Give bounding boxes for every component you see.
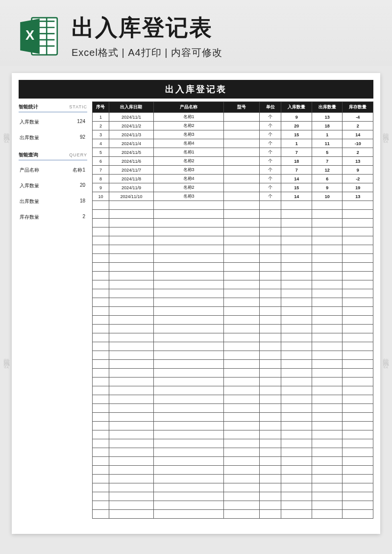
cell-date: 2024/11/8 <box>109 175 153 183</box>
cell-model <box>224 157 260 166</box>
table-row-empty[interactable] <box>93 422 373 430</box>
table-row-empty[interactable] <box>93 404 373 413</box>
table-row-empty[interactable] <box>93 439 373 448</box>
cell-stock: 19 <box>343 183 373 192</box>
th-date: 出入库日期 <box>109 102 153 113</box>
table-row-empty[interactable] <box>93 351 373 360</box>
cell-name: 名称4 <box>154 139 224 148</box>
table-row-empty[interactable] <box>93 219 373 227</box>
th-idx: 序号 <box>93 102 109 113</box>
table-row[interactable]: 52024/11/5名称1个752 <box>93 148 373 157</box>
table-row-empty[interactable] <box>93 245 373 254</box>
table-row-empty[interactable] <box>93 325 373 333</box>
cell-idx: 3 <box>93 130 109 139</box>
table-row-empty[interactable] <box>93 501 373 510</box>
cell-name: 名称1 <box>154 148 224 157</box>
table-row-empty[interactable] <box>93 289 373 298</box>
table-row-empty[interactable] <box>93 483 373 492</box>
table-row[interactable]: 42024/11/4名称4个111-10 <box>93 139 373 148</box>
cell-stock: -10 <box>343 139 373 148</box>
table-row-empty[interactable] <box>93 448 373 457</box>
table-row[interactable]: 32024/11/3名称3个15114 <box>93 130 373 139</box>
cell-stock: -4 <box>343 113 373 122</box>
table-row-empty[interactable] <box>93 333 373 342</box>
table-row-empty[interactable] <box>93 413 373 422</box>
query-stock-label: 库存数量 <box>20 214 39 221</box>
table-body: 12024/11/1名称1个913-422024/11/2名称2个2018232… <box>93 113 373 519</box>
table-row-empty[interactable] <box>93 272 373 280</box>
cell-idx: 9 <box>93 183 109 192</box>
table-row-empty[interactable] <box>93 263 373 272</box>
cell-date: 2024/11/3 <box>109 130 153 139</box>
cell-idx: 4 <box>93 139 109 148</box>
cell-in: 20 <box>281 122 312 130</box>
table-row-empty[interactable] <box>93 369 373 378</box>
table-row-empty[interactable] <box>93 316 373 325</box>
cell-stock: 9 <box>343 166 373 175</box>
cell-name: 名称4 <box>154 175 224 183</box>
cell-name: 名称2 <box>154 122 224 130</box>
cell-unit: 个 <box>260 192 281 201</box>
table-row-empty[interactable] <box>93 457 373 466</box>
cell-unit: 个 <box>260 175 281 183</box>
cell-model <box>224 175 260 183</box>
table-row-empty[interactable] <box>93 342 373 351</box>
query-stock-row: 库存数量 2 <box>19 209 87 225</box>
cell-date: 2024/11/7 <box>109 166 153 175</box>
cell-name: 名称3 <box>154 166 224 175</box>
table-row[interactable]: 62024/11/6名称2个18713 <box>93 157 373 166</box>
table-row[interactable]: 12024/11/1名称1个913-4 <box>93 113 373 122</box>
static-out-value: 92 <box>80 134 85 141</box>
template-banner: X 出入库登记表 Excel格式 | A4打印 | 内容可修改 <box>0 0 392 66</box>
table-row-empty[interactable] <box>93 395 373 404</box>
th-out: 出库数量 <box>312 102 343 113</box>
table-row[interactable]: 22024/11/2名称2个20182 <box>93 122 373 130</box>
cell-out: 6 <box>312 175 343 183</box>
table-row-empty[interactable] <box>93 280 373 289</box>
cell-name: 名称1 <box>154 113 224 122</box>
table-row-empty[interactable] <box>93 386 373 395</box>
cell-stock: 13 <box>343 192 373 201</box>
table-row[interactable]: 92024/11/9名称2个15919 <box>93 183 373 192</box>
page-title: 出入库登记表 <box>19 80 373 99</box>
cell-idx: 10 <box>93 192 109 201</box>
query-out-label: 出库数量 <box>20 198 39 205</box>
table-row[interactable]: 82024/11/8名称4个146-2 <box>93 175 373 183</box>
table-row-empty[interactable] <box>93 492 373 501</box>
table-row[interactable]: 72024/11/7名称3个7129 <box>93 166 373 175</box>
table-row[interactable]: 102024/11/10名称3个141013 <box>93 192 373 201</box>
cell-idx: 5 <box>93 148 109 157</box>
cell-in: 15 <box>281 130 312 139</box>
cell-in: 14 <box>281 175 312 183</box>
cell-in: 14 <box>281 192 312 201</box>
cell-unit: 个 <box>260 157 281 166</box>
cell-out: 9 <box>312 183 343 192</box>
cell-model <box>224 183 260 192</box>
cell-stock: 14 <box>343 130 373 139</box>
document-page: 出入库登记表 智能统计 STATIC 入库数量 124 出库数量 92 智能 <box>12 73 380 534</box>
cell-date: 2024/11/10 <box>109 192 153 201</box>
table-row-empty[interactable] <box>93 210 373 219</box>
static-head-cn: 智能统计 <box>19 103 38 110</box>
table-row-empty[interactable] <box>93 430 373 439</box>
query-name-value: 名称1 <box>73 167 85 174</box>
excel-file-icon: X <box>17 14 61 58</box>
table-row-empty[interactable] <box>93 236 373 245</box>
static-out-row: 出库数量 92 <box>19 130 87 146</box>
table-row-empty[interactable] <box>93 378 373 386</box>
cell-unit: 个 <box>260 139 281 148</box>
table-row-empty[interactable] <box>93 254 373 263</box>
table-row-empty[interactable] <box>93 227 373 236</box>
table-row-empty[interactable] <box>93 360 373 369</box>
table-row-empty[interactable] <box>93 466 373 475</box>
query-name-row: 产品名称 名称1 <box>19 162 87 178</box>
query-out-row: 出库数量 18 <box>19 194 87 209</box>
table-row-empty[interactable] <box>93 475 373 483</box>
table-row-empty[interactable] <box>93 510 373 519</box>
cell-name: 名称2 <box>154 157 224 166</box>
brand-side-label-left-2: 熊猫办公 <box>2 353 11 359</box>
table-row-empty[interactable] <box>93 307 373 316</box>
cell-name: 名称3 <box>154 130 224 139</box>
table-row-empty[interactable] <box>93 201 373 210</box>
table-row-empty[interactable] <box>93 298 373 307</box>
